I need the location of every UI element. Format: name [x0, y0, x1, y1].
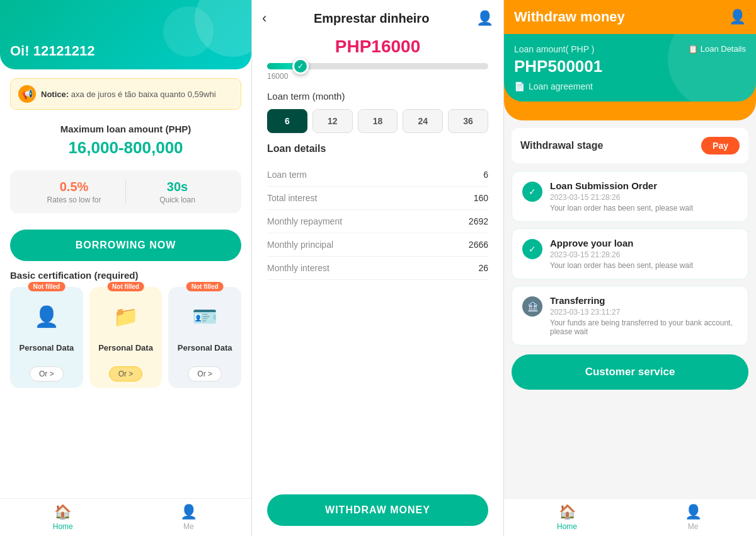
loan-agreement-text: Loan agreement — [529, 81, 593, 91]
cert-title-3: Personal Data — [178, 343, 232, 352]
detail-row-monthly-interest: Monthly interest 26 — [267, 257, 488, 280]
term-btn-36[interactable]: 36 — [448, 109, 488, 133]
loan-amount-label: Maximum loan amount (PHP) — [0, 124, 251, 134]
loan-php-large: PHP500001 — [514, 57, 746, 76]
cert-card-id[interactable]: Not filled 🪪 Personal Data Or > — [168, 287, 241, 388]
back-button[interactable]: ‹ — [262, 10, 266, 26]
nav-me-label: Me — [183, 522, 194, 531]
term-btn-6[interactable]: 6 — [267, 109, 307, 133]
panel-loan: ‹ Emprestar dinheiro 👤 PHP16000 16000 Lo… — [252, 0, 504, 536]
panel3-home-icon: 🏠 — [559, 504, 576, 520]
cert-card-folder[interactable]: Not filled 📁 Personal Data Or > — [89, 287, 163, 388]
loan-details-title: Loan details — [267, 143, 488, 154]
panel3-nav-home-label: Home — [557, 522, 577, 531]
submission-icon: ✓ — [522, 182, 542, 202]
basic-certification-section: Basic certification (required) Not fille… — [10, 270, 241, 388]
not-filled-badge-3: Not filled — [186, 282, 224, 291]
home-icon: 🏠 — [54, 504, 71, 520]
approve-desc: Your loan order has been sent, please wa… — [550, 261, 738, 270]
approve-icon: ✓ — [522, 239, 542, 259]
cert-or-button-3[interactable]: Or > — [188, 366, 222, 382]
panel3-nav-me-label: Me — [688, 522, 699, 531]
term-btn-18[interactable]: 18 — [358, 109, 398, 133]
transfer-title: Transferring — [550, 295, 738, 306]
submission-desc: Your loan order has been sent, please wa… — [550, 204, 738, 213]
timeline: ✓ Loan Submission Order 2023-03-15 21:28… — [504, 171, 756, 346]
notice-bar: 📢 Notice: axa de juros é tão baixa quant… — [10, 78, 241, 110]
slider-track[interactable] — [267, 63, 488, 69]
rate-label: Rates so low for — [23, 195, 125, 204]
loan-slider-section: 16000 — [252, 63, 503, 91]
detail-value-total-interest: 160 — [474, 193, 488, 203]
nav-me[interactable]: 👤 Me — [126, 499, 252, 536]
cert-card-personal[interactable]: Not filled 👤 Personal Data Or > — [10, 287, 83, 388]
loan-amount-display: PHP16000 — [252, 37, 503, 57]
borrow-now-button[interactable]: BORROWING NOW — [10, 230, 241, 261]
not-filled-badge-1: Not filled — [28, 282, 65, 291]
timeline-item-approve: ✓ Approve your loan 2023-03-15 21:28:26 … — [512, 228, 748, 279]
header-green-section: Loan amount( PHP ) 📋 Loan Details PHP500… — [504, 34, 756, 102]
nav-home-label: Home — [53, 522, 73, 531]
submission-date: 2023-03-15 21:28:26 — [550, 193, 738, 202]
transfer-desc: Your funds are being transferred to your… — [550, 318, 738, 336]
id-icon: 🪪 — [192, 305, 217, 329]
loan-header: ‹ Emprestar dinheiro 👤 — [252, 0, 503, 37]
panel3-nav-home[interactable]: 🏠 Home — [504, 499, 630, 536]
transfer-date: 2023-03-13 23:11:27 — [550, 308, 738, 317]
withdraw-title: Withdraw money — [514, 9, 625, 25]
term-btn-12[interactable]: 12 — [312, 109, 353, 133]
profile-icon[interactable]: 👤 — [476, 10, 493, 26]
detail-value-monthly-interest: 26 — [478, 263, 488, 273]
me-icon: 👤 — [180, 504, 197, 520]
timeline-item-submission: ✓ Loan Submission Order 2023-03-15 21:28… — [512, 171, 748, 222]
person-icon: 👤 — [34, 305, 59, 329]
panel3-nav-me[interactable]: 👤 Me — [630, 499, 756, 536]
panel-home: Oi! 12121212 📢 Notice: axa de juros é tã… — [0, 0, 252, 536]
submission-title: Loan Submission Order — [550, 180, 738, 191]
loan-details-link-text: Loan Details — [701, 44, 746, 54]
transfer-icon: 🏦 — [522, 296, 542, 317]
cert-or-button-1[interactable]: Or > — [30, 366, 64, 382]
customer-service-button[interactable]: Customer service — [512, 354, 748, 390]
withdrawal-stage: Withdrawal stage Pay — [512, 128, 748, 163]
notice-icon: 📢 — [18, 85, 36, 103]
cert-cards: Not filled 👤 Personal Data Or > Not fill… — [10, 287, 241, 388]
greeting-text: Oi! 12121212 — [10, 43, 95, 59]
cert-title-1: Personal Data — [19, 343, 74, 352]
loan-amount-range: 16,000-800,000 — [0, 138, 251, 158]
loan-stats: 0.5% Rates so low for 30s Quick loan — [10, 170, 241, 213]
detail-value-monthly-repayment: 2692 — [469, 216, 488, 226]
home-header: Oi! 12121212 — [0, 0, 251, 69]
detail-row-total-interest: Total interest 160 — [267, 187, 488, 210]
loan-details-link[interactable]: 📋 Loan Details — [688, 44, 746, 54]
notice-text: Notice: axa de juros é tão baixa quanto … — [41, 90, 216, 99]
panel-withdraw: Withdraw money 👤 Loan amount( PHP ) 📋 Lo… — [504, 0, 756, 536]
nav-home[interactable]: 🏠 Home — [0, 499, 126, 536]
header-profile-icon[interactable]: 👤 — [729, 9, 746, 25]
panel2-title: Emprestar dinheiro — [314, 11, 429, 26]
detail-value-monthly-principal: 2666 — [469, 240, 488, 250]
withdrawal-stage-label: Withdrawal stage — [520, 140, 695, 151]
loan-details-section: Loan details Loan term 6 Total interest … — [252, 143, 503, 484]
withdraw-money-button[interactable]: WITHDRAW MONEY — [267, 494, 488, 526]
detail-label-total-interest: Total interest — [267, 193, 317, 203]
cert-title-2: Personal Data — [98, 343, 153, 352]
loan-speed-label: Quick loan — [126, 195, 229, 204]
detail-value-loan-term: 6 — [483, 170, 488, 180]
detail-row-monthly-principal: Monthly principal 2666 — [267, 233, 488, 257]
slider-thumb[interactable] — [292, 58, 309, 74]
cert-or-button-2[interactable]: Or > — [109, 366, 143, 382]
timeline-item-transfer: 🏦 Transferring 2023-03-13 23:11:27 Your … — [512, 286, 748, 346]
slider-container[interactable] — [267, 63, 488, 69]
pay-button[interactable]: Pay — [701, 137, 740, 154]
detail-row-monthly-repayment: Monthly repayment 2692 — [267, 210, 488, 233]
detail-label-loan-term: Loan term — [267, 170, 307, 180]
rate-stat: 0.5% Rates so low for — [23, 180, 125, 204]
loan-agreement[interactable]: 📄 Loan agreement — [514, 81, 746, 91]
loan-speed-stat: 30s Quick loan — [126, 180, 229, 204]
approve-title: Approve your loan — [550, 238, 738, 248]
term-btn-24[interactable]: 24 — [403, 109, 443, 133]
loan-speed-value: 30s — [126, 180, 229, 194]
loan-amount-section: Maximum loan amount (PHP) 16,000-800,000 — [0, 124, 251, 158]
header-orange-strip: Withdraw money 👤 — [504, 0, 756, 34]
